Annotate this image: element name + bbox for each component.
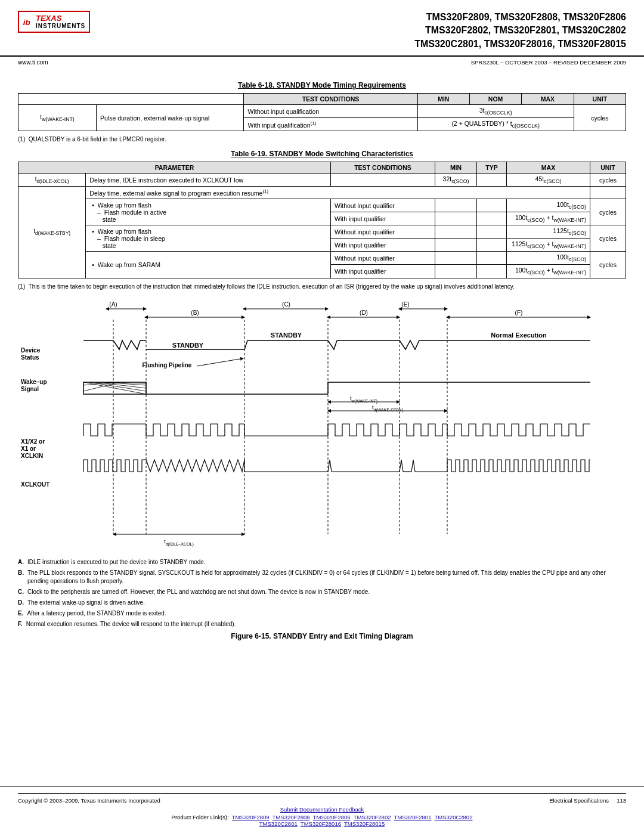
note-d: D. The external wake-up signal is driven… [18,599,626,607]
product-link-7[interactable]: TMS320C2801 [259,820,298,827]
product-link-9[interactable]: TMS320F28015 [344,820,385,827]
svg-text:td(IDLE–XCOL): td(IDLE–XCOL) [164,538,194,547]
product-folder-label: Product Folder Link(s): [172,814,229,820]
svg-text:STANDBY: STANDBY [172,342,204,349]
figure-title: Figure 6-15. STANDBY Entry and Exit Timi… [18,632,626,640]
svg-text:Signal: Signal [21,386,39,392]
svg-text:XCLKIN: XCLKIN [21,453,43,459]
svg-text:X1 or: X1 or [21,445,36,452]
svg-text:Device: Device [21,347,41,354]
page-header: ib TEXAS INSTRUMENTS TMS320F2809, TMS320… [0,0,644,57]
table19: PARAMETER TEST CONDITIONS MIN TYP MAX UN… [18,162,626,278]
product-link-2[interactable]: TMS320F2808 [273,814,310,820]
table19-footnote: (1) This is the time taken to begin exec… [18,283,626,290]
electrical-spec-label: Electrical Specifications 113 [549,797,626,804]
table19-col-min: MIN [435,162,477,174]
product-link-6[interactable]: TMS320C2802 [435,814,473,820]
table-row: • Wake up from flash – Flash module in s… [18,225,626,239]
table-row: td(WAKE-STBY) Delay time, external wake … [18,187,626,199]
header-meta: www.ti.com SPRS230L – OCTOBER 2003 – REV… [0,57,644,68]
ti-flag-icon: ib [23,17,33,27]
table-row: td(IDLE-XCOL) Delay time, IDLE instructi… [18,174,626,187]
svg-text:Wake–up: Wake–up [21,379,47,385]
note-e: E. After a latency period, the STANDBY m… [18,609,626,618]
logo-texas: TEXAS [36,14,85,23]
table-row: • Wake up from SARAM Without input quali… [18,252,626,265]
svg-text:Normal Execution: Normal Execution [491,332,547,339]
product-link-3[interactable]: TMS320F2806 [313,814,351,820]
table19-col-testcond: TEST CONDITIONS [331,162,435,174]
table18: TEST CONDITIONS MIN NOM MAX UNIT tw(WAKE… [18,93,626,131]
table19-col-typ: TYP [477,162,507,174]
document-title: TMS320F2809, TMS320F2808, TMS320F2806 TM… [90,11,626,51]
table-row: • Wake up from flash – Flash module in a… [18,199,626,212]
title-line3: TMS320C2801, TMS320F28016, TMS320F28015 [414,39,626,49]
revision-text: SPRS230L – OCTOBER 2003 – REVISED DECEMB… [471,59,626,66]
title-line2: TMS320F2802, TMS320F2801, TMS320C2802 [425,25,626,35]
svg-text:(A): (A) [109,301,117,308]
table19-col-unit: UNIT [590,162,626,174]
table19-title: Table 6-19. STANDBY Mode Switching Chara… [18,150,626,158]
website: www.ti.com [18,59,48,66]
table18-col-min: MIN [417,94,469,105]
main-content: Table 6-18. STANDBY Mode Timing Requirem… [0,68,644,640]
footer-product-links: Product Folder Link(s): TMS320F2809 TMS3… [18,814,626,827]
table-row: tw(WAKE-INT) Pulse duration, external wa… [18,105,626,118]
feedback-link[interactable]: Submit Documentation Feedback [280,806,364,813]
svg-text:(B): (B) [191,309,199,316]
note-c: C. Clock to the peripherals are turned o… [18,588,626,596]
note-f: F. Normal execution resumes. The device … [18,620,626,628]
footer-row1: Copyright © 2003–2009, Texas Instruments… [18,797,626,804]
product-link-1[interactable]: TMS320F2809 [232,814,270,820]
table18-col-max: MAX [522,94,574,105]
table18-col-unit: UNIT [574,94,626,105]
table19-col-max: MAX [507,162,590,174]
svg-text:STANDBY: STANDBY [271,332,302,339]
timing-diagram-svg: (A) (B) (C) (D) (E) (F) [18,296,626,552]
note-b: B. The PLL block responds to the STANDBY… [18,569,626,586]
table18-col-testcond: TEST CONDITIONS [244,94,417,105]
svg-text:(D): (D) [360,309,368,316]
svg-text:(F): (F) [515,309,523,316]
page-footer: Copyright © 2003–2009, Texas Instruments… [0,786,644,833]
table18-title: Table 6-18. STANDBY Mode Timing Requirem… [18,81,626,89]
table18-col-nom: NOM [469,94,521,105]
logo-instruments: INSTRUMENTS [36,23,85,29]
svg-text:Flushing Pipeline: Flushing Pipeline [143,362,192,368]
product-link-5[interactable]: TMS320F2801 [394,814,432,820]
svg-text:ib: ib [23,17,30,26]
logo-area: ib TEXAS INSTRUMENTS [18,11,90,33]
timing-diagram: (A) (B) (C) (D) (E) (F) [18,296,626,552]
svg-text:XCLKOUT: XCLKOUT [21,481,49,488]
svg-text:Status: Status [21,354,39,361]
table19-col-param: PARAMETER [18,162,331,174]
svg-text:td(WAKE-STBY): td(WAKE-STBY) [372,404,403,413]
title-line1: TMS320F2809, TMS320F2808, TMS320F2806 [426,12,626,22]
ti-logo: ib TEXAS INSTRUMENTS [18,11,90,33]
svg-text:(E): (E) [401,301,409,308]
logo-text: TEXAS INSTRUMENTS [36,14,85,29]
svg-line-29 [83,382,146,394]
table18-footnote: (1) QUALSTDBY is a 6-bit field in the LP… [18,136,626,143]
svg-text:X1/X2 or: X1/X2 or [21,438,45,445]
svg-line-25 [197,358,243,366]
notes-list: A. IDLE instruction is executed to put t… [18,558,626,628]
svg-text:tw(WAKE-INT): tw(WAKE-INT) [350,395,377,404]
note-a: A. IDLE instruction is executed to put t… [18,558,626,566]
svg-text:(C): (C) [282,301,290,308]
copyright-text: Copyright © 2003–2009, Texas Instruments… [18,797,160,804]
product-link-8[interactable]: TMS320F28016 [301,820,341,827]
footer-row2: Submit Documentation Feedback [18,806,626,813]
product-link-4[interactable]: TMS320F2802 [354,814,391,820]
